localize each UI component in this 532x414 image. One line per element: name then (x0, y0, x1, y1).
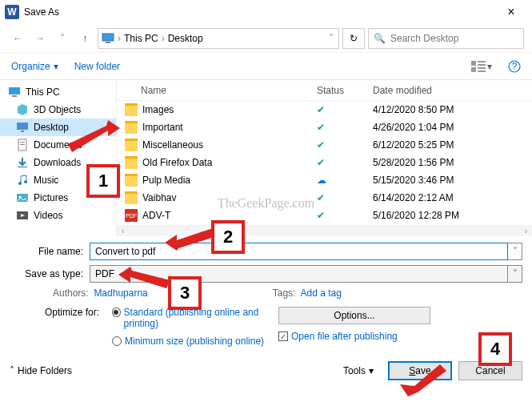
sidebar-item-label: Videos (34, 210, 62, 221)
tags-value[interactable]: Add a tag (300, 287, 341, 299)
hide-folders-button[interactable]: ˄ Hide Folders (10, 365, 72, 376)
search-input[interactable]: 🔍 Search Desktop (368, 28, 524, 49)
folder-icon (125, 103, 138, 116)
sidebar-item-label: Pictures (34, 192, 68, 203)
nav-bar: ← → ˅ ↑ › This PC › Desktop ˅ ↻ 🔍 Search… (0, 24, 532, 53)
svg-rect-10 (9, 87, 20, 94)
col-status[interactable]: Status (317, 85, 373, 96)
authors-value[interactable]: Madhuparna (94, 287, 147, 299)
file-row[interactable]: Miscellaneous✔6/12/2020 5:25 PM (117, 136, 532, 154)
radio-minimum-label: Minimum size (publishing online) (125, 336, 264, 347)
svg-rect-6 (478, 67, 486, 69)
folder-icon (125, 174, 138, 187)
sidebar-item-label: Music (34, 175, 58, 186)
sidebar-item-videos[interactable]: Videos (0, 207, 116, 224)
svg-rect-17 (20, 144, 25, 145)
organize-menu[interactable]: Organize ▾ (11, 61, 58, 72)
save-button[interactable]: Save (388, 361, 452, 380)
chevron-up-icon: ˄ (10, 365, 14, 376)
footer: ˄ Hide Folders Tools ▾ Save Cancel (0, 355, 532, 387)
file-date: 4/12/2020 8:50 PM (373, 104, 532, 115)
chevron-down-icon: ▾ (369, 365, 374, 376)
chevron-right-icon: › (160, 33, 166, 44)
pc-icon (102, 32, 114, 45)
sidebar-item-label: Downloads (34, 157, 81, 168)
music-icon (16, 174, 29, 187)
sidebar-item-downloads[interactable]: Downloads (0, 154, 116, 171)
file-list: Name Status Date modified Images✔4/12/20… (116, 80, 532, 236)
save-type-input[interactable] (90, 265, 508, 283)
sidebar-item-music[interactable]: Music (0, 171, 116, 189)
cube-icon (16, 103, 29, 116)
download-icon (16, 156, 29, 169)
file-date: 5/28/2020 1:56 PM (373, 157, 532, 168)
svg-point-20 (24, 180, 27, 183)
file-row[interactable]: Vaibhav✔6/14/2020 2:12 AM (117, 189, 532, 207)
file-name: Images (142, 104, 174, 115)
col-date[interactable]: Date modified (373, 85, 532, 96)
file-row[interactable]: Old Firefox Data✔5/28/2020 1:56 PM (117, 154, 532, 171)
chevron-down-icon[interactable]: ˅ (327, 33, 335, 44)
options-button[interactable]: Options... (278, 307, 430, 324)
sidebar-root[interactable]: This PC (0, 83, 116, 101)
check-icon: ✔ (317, 192, 325, 203)
sidebar-item-desktop[interactable]: Desktop (0, 119, 116, 136)
videos-icon (16, 209, 29, 222)
open-after-label: Open file after publishing (291, 331, 398, 342)
desktop-icon (16, 121, 29, 134)
recent-dropdown[interactable]: ˅ (53, 29, 72, 48)
save-type-label: Save as type: (11, 268, 90, 279)
svg-point-19 (18, 182, 22, 185)
tools-label: Tools (343, 365, 366, 376)
breadcrumb-root[interactable]: This PC (124, 33, 158, 44)
file-date: 6/14/2020 2:12 AM (373, 192, 532, 203)
file-name: Important (142, 122, 183, 133)
authors-label: Authors: (53, 287, 89, 299)
svg-rect-5 (471, 67, 476, 72)
col-name[interactable]: Name (117, 85, 317, 96)
sidebar-item-pictures[interactable]: Pictures (0, 189, 116, 207)
file-row[interactable]: Images✔4/12/2020 8:50 PM (117, 101, 532, 119)
radio-icon (112, 336, 122, 346)
svg-rect-14 (21, 131, 24, 132)
new-folder-button[interactable]: New folder (74, 61, 120, 72)
file-row[interactable]: Important✔4/26/2020 1:04 PM (117, 119, 532, 136)
pictures-icon (16, 191, 29, 204)
file-name-dropdown[interactable]: ˅ (508, 243, 522, 260)
radio-minimum[interactable]: Minimum size (publishing online) (112, 336, 272, 347)
radio-standard[interactable]: Standard (publishing online and printing… (112, 307, 272, 329)
toolbar: Organize ▾ New folder ▾ ? (0, 53, 532, 80)
sidebar-item-documents[interactable]: Documents (0, 136, 116, 154)
file-name-input[interactable] (90, 243, 508, 260)
checkbox-icon: ✓ (278, 332, 288, 341)
sidebar-item-3d-objects[interactable]: 3D Objects (0, 101, 116, 119)
file-rows: Images✔4/12/2020 8:50 PMImportant✔4/26/2… (117, 101, 532, 225)
chevron-down-icon: ▾ (487, 61, 492, 72)
folder-icon (125, 191, 138, 204)
file-row[interactable]: Pulp Media☁5/15/2020 3:46 PM (117, 171, 532, 189)
close-icon[interactable]: × (495, 5, 527, 19)
save-type-dropdown[interactable]: ˅ (508, 265, 522, 283)
svg-rect-0 (102, 34, 114, 41)
tools-menu[interactable]: Tools ▾ (343, 365, 374, 376)
breadcrumb[interactable]: › This PC › Desktop ˅ (98, 28, 339, 49)
help-button[interactable]: ? (508, 60, 521, 73)
file-name: Old Firefox Data (142, 157, 212, 168)
tags-label: Tags: (273, 287, 296, 299)
view-mode-button[interactable]: ▾ (471, 61, 492, 72)
breadcrumb-folder[interactable]: Desktop (168, 33, 203, 44)
back-button[interactable]: ← (8, 29, 27, 48)
up-button[interactable]: ↑ (75, 29, 94, 48)
file-date: 6/12/2020 5:25 PM (373, 139, 532, 151)
refresh-button[interactable]: ↻ (342, 28, 365, 49)
file-name: Vaibhav (142, 192, 176, 203)
svg-text:?: ? (512, 61, 518, 72)
cancel-button[interactable]: Cancel (458, 361, 522, 380)
file-row[interactable]: PDFADV-T✔5/16/2020 12:28 PM (117, 207, 532, 224)
scroll-indicator[interactable]: ‹ › (117, 225, 532, 236)
open-after-checkbox[interactable]: ✓ Open file after publishing (278, 331, 522, 342)
check-icon: ✔ (317, 122, 325, 133)
file-date: 5/15/2020 3:46 PM (373, 175, 532, 186)
title-bar: W Save As × (0, 0, 532, 24)
sidebar-root-label: This PC (26, 86, 60, 98)
